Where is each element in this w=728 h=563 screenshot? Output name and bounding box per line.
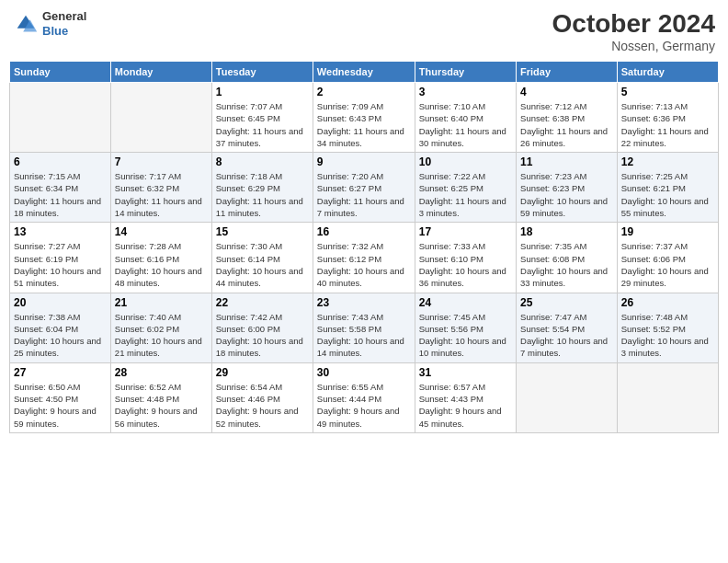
calendar-cell: 10Sunrise: 7:22 AM Sunset: 6:25 PM Dayli… xyxy=(415,153,516,223)
day-info: Sunrise: 7:25 AM Sunset: 6:21 PM Dayligh… xyxy=(621,170,714,219)
calendar-cell: 27Sunrise: 6:50 AM Sunset: 4:50 PM Dayli… xyxy=(10,362,111,432)
day-info: Sunrise: 6:57 AM Sunset: 4:43 PM Dayligh… xyxy=(419,381,512,430)
calendar-cell: 18Sunrise: 7:35 AM Sunset: 6:08 PM Dayli… xyxy=(517,223,618,293)
day-info: Sunrise: 7:45 AM Sunset: 5:56 PM Dayligh… xyxy=(419,311,512,360)
day-number: 23 xyxy=(317,296,411,309)
calendar-cell: 3Sunrise: 7:10 AM Sunset: 6:40 PM Daylig… xyxy=(415,83,516,153)
calendar-cell: 31Sunrise: 6:57 AM Sunset: 4:43 PM Dayli… xyxy=(415,362,516,432)
calendar-cell: 7Sunrise: 7:17 AM Sunset: 6:32 PM Daylig… xyxy=(110,153,211,223)
day-info: Sunrise: 7:28 AM Sunset: 6:16 PM Dayligh… xyxy=(115,240,208,289)
calendar-cell xyxy=(10,83,111,153)
day-info: Sunrise: 7:43 AM Sunset: 5:58 PM Dayligh… xyxy=(317,311,411,360)
day-info: Sunrise: 7:18 AM Sunset: 6:29 PM Dayligh… xyxy=(216,170,309,219)
calendar-week-row: 20Sunrise: 7:38 AM Sunset: 6:04 PM Dayli… xyxy=(10,293,719,362)
day-info: Sunrise: 7:33 AM Sunset: 6:10 PM Dayligh… xyxy=(419,240,512,289)
day-number: 12 xyxy=(621,155,714,168)
weekday-header-row: SundayMondayTuesdayWednesdayThursdayFrid… xyxy=(10,62,719,83)
calendar-cell: 8Sunrise: 7:18 AM Sunset: 6:29 PM Daylig… xyxy=(211,153,313,223)
day-info: Sunrise: 7:42 AM Sunset: 6:00 PM Dayligh… xyxy=(216,311,309,360)
calendar-week-row: 6Sunrise: 7:15 AM Sunset: 6:34 PM Daylig… xyxy=(10,153,719,223)
day-info: Sunrise: 7:12 AM Sunset: 6:38 PM Dayligh… xyxy=(520,100,613,149)
calendar-cell: 30Sunrise: 6:55 AM Sunset: 4:44 PM Dayli… xyxy=(313,362,415,432)
calendar-cell: 13Sunrise: 7:27 AM Sunset: 6:19 PM Dayli… xyxy=(10,223,111,293)
day-number: 14 xyxy=(115,225,208,238)
day-number: 9 xyxy=(317,155,411,168)
day-info: Sunrise: 7:07 AM Sunset: 6:45 PM Dayligh… xyxy=(216,100,309,149)
calendar-table: SundayMondayTuesdayWednesdayThursdayFrid… xyxy=(9,61,719,433)
day-number: 28 xyxy=(115,366,208,379)
day-info: Sunrise: 6:50 AM Sunset: 4:50 PM Dayligh… xyxy=(14,381,107,430)
day-info: Sunrise: 7:22 AM Sunset: 6:25 PM Dayligh… xyxy=(419,170,512,219)
day-number: 4 xyxy=(520,86,613,98)
logo-icon xyxy=(13,11,39,37)
calendar-cell: 16Sunrise: 7:32 AM Sunset: 6:12 PM Dayli… xyxy=(313,223,415,293)
day-number: 8 xyxy=(216,155,309,168)
day-number: 18 xyxy=(520,225,613,238)
day-number: 20 xyxy=(14,296,107,309)
day-info: Sunrise: 7:17 AM Sunset: 6:32 PM Dayligh… xyxy=(115,170,208,219)
calendar-cell: 26Sunrise: 7:48 AM Sunset: 5:52 PM Dayli… xyxy=(617,293,718,362)
calendar-cell: 17Sunrise: 7:33 AM Sunset: 6:10 PM Dayli… xyxy=(415,223,516,293)
location-subtitle: Nossen, Germany xyxy=(552,39,715,53)
title-block: October 2024 Nossen, Germany xyxy=(552,9,715,53)
calendar-cell: 19Sunrise: 7:37 AM Sunset: 6:06 PM Dayli… xyxy=(617,223,718,293)
calendar-cell: 25Sunrise: 7:47 AM Sunset: 5:54 PM Dayli… xyxy=(517,293,618,362)
calendar-week-row: 27Sunrise: 6:50 AM Sunset: 4:50 PM Dayli… xyxy=(10,362,719,432)
day-number: 30 xyxy=(317,366,411,379)
calendar-cell: 6Sunrise: 7:15 AM Sunset: 6:34 PM Daylig… xyxy=(10,153,111,223)
day-number: 31 xyxy=(419,366,512,379)
weekday-header-monday: Monday xyxy=(110,62,211,83)
day-info: Sunrise: 7:35 AM Sunset: 6:08 PM Dayligh… xyxy=(520,240,613,289)
logo-blue-text: Blue xyxy=(42,24,86,39)
calendar-cell: 4Sunrise: 7:12 AM Sunset: 6:38 PM Daylig… xyxy=(517,83,618,153)
day-info: Sunrise: 7:13 AM Sunset: 6:36 PM Dayligh… xyxy=(621,100,714,149)
day-info: Sunrise: 7:23 AM Sunset: 6:23 PM Dayligh… xyxy=(520,170,613,219)
calendar-cell xyxy=(617,362,718,432)
day-info: Sunrise: 7:10 AM Sunset: 6:40 PM Dayligh… xyxy=(419,100,512,149)
weekday-header-wednesday: Wednesday xyxy=(313,62,415,83)
weekday-header-saturday: Saturday xyxy=(617,62,718,83)
day-number: 25 xyxy=(520,296,613,309)
day-number: 24 xyxy=(419,296,512,309)
day-number: 19 xyxy=(621,225,714,238)
weekday-header-friday: Friday xyxy=(517,62,618,83)
calendar-cell: 29Sunrise: 6:54 AM Sunset: 4:46 PM Dayli… xyxy=(211,362,313,432)
day-number: 13 xyxy=(14,225,107,238)
calendar-cell: 20Sunrise: 7:38 AM Sunset: 6:04 PM Dayli… xyxy=(10,293,111,362)
day-info: Sunrise: 7:15 AM Sunset: 6:34 PM Dayligh… xyxy=(14,170,107,219)
calendar-cell: 12Sunrise: 7:25 AM Sunset: 6:21 PM Dayli… xyxy=(617,153,718,223)
calendar-cell: 1Sunrise: 7:07 AM Sunset: 6:45 PM Daylig… xyxy=(211,83,313,153)
day-number: 1 xyxy=(216,86,309,98)
calendar-cell: 24Sunrise: 7:45 AM Sunset: 5:56 PM Dayli… xyxy=(415,293,516,362)
day-info: Sunrise: 7:30 AM Sunset: 6:14 PM Dayligh… xyxy=(216,240,309,289)
weekday-header-thursday: Thursday xyxy=(415,62,516,83)
day-number: 17 xyxy=(419,225,512,238)
logo-general-text: General xyxy=(42,9,86,24)
calendar-cell: 9Sunrise: 7:20 AM Sunset: 6:27 PM Daylig… xyxy=(313,153,415,223)
day-info: Sunrise: 7:27 AM Sunset: 6:19 PM Dayligh… xyxy=(14,240,107,289)
day-info: Sunrise: 6:54 AM Sunset: 4:46 PM Dayligh… xyxy=(216,381,309,430)
day-number: 2 xyxy=(317,86,411,98)
day-number: 22 xyxy=(216,296,309,309)
day-number: 26 xyxy=(621,296,714,309)
logo: General Blue xyxy=(13,9,86,38)
day-info: Sunrise: 7:40 AM Sunset: 6:02 PM Dayligh… xyxy=(115,311,208,360)
weekday-header-tuesday: Tuesday xyxy=(211,62,313,83)
calendar-cell: 11Sunrise: 7:23 AM Sunset: 6:23 PM Dayli… xyxy=(517,153,618,223)
calendar-cell: 5Sunrise: 7:13 AM Sunset: 6:36 PM Daylig… xyxy=(617,83,718,153)
day-info: Sunrise: 6:52 AM Sunset: 4:48 PM Dayligh… xyxy=(115,381,208,430)
day-info: Sunrise: 7:20 AM Sunset: 6:27 PM Dayligh… xyxy=(317,170,411,219)
calendar-week-row: 13Sunrise: 7:27 AM Sunset: 6:19 PM Dayli… xyxy=(10,223,719,293)
logo-text: General Blue xyxy=(42,9,86,38)
calendar-cell xyxy=(110,83,211,153)
calendar-cell: 28Sunrise: 6:52 AM Sunset: 4:48 PM Dayli… xyxy=(110,362,211,432)
day-info: Sunrise: 7:38 AM Sunset: 6:04 PM Dayligh… xyxy=(14,311,107,360)
day-info: Sunrise: 7:37 AM Sunset: 6:06 PM Dayligh… xyxy=(621,240,714,289)
day-number: 21 xyxy=(115,296,208,309)
day-info: Sunrise: 7:32 AM Sunset: 6:12 PM Dayligh… xyxy=(317,240,411,289)
page-header: General Blue October 2024 Nossen, German… xyxy=(9,9,719,53)
calendar-week-row: 1Sunrise: 7:07 AM Sunset: 6:45 PM Daylig… xyxy=(10,83,719,153)
day-number: 16 xyxy=(317,225,411,238)
day-number: 11 xyxy=(520,155,613,168)
calendar-cell: 22Sunrise: 7:42 AM Sunset: 6:00 PM Dayli… xyxy=(211,293,313,362)
